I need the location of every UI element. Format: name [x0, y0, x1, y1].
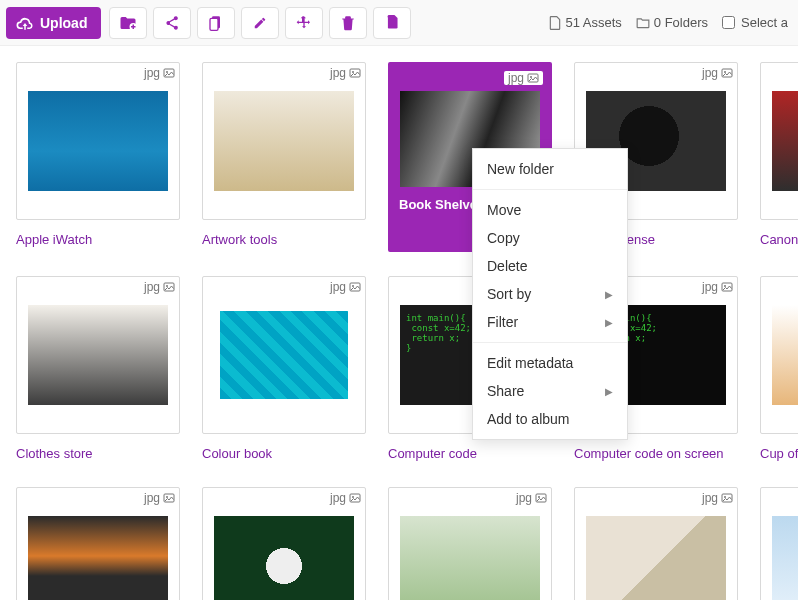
- asset-card[interactable]: jpg: [388, 487, 552, 600]
- move-button[interactable]: [285, 7, 323, 39]
- asset-caption: Cup of t: [760, 446, 798, 463]
- asset-card[interactable]: jpgCanon c: [760, 62, 798, 252]
- menu-add-to-album[interactable]: Add to album: [473, 405, 627, 433]
- asset-thumbnail[interactable]: jpg: [16, 487, 180, 600]
- menu-delete[interactable]: Delete: [473, 252, 627, 280]
- context-menu: New folder Move Copy Delete Sort by▶ Fil…: [472, 148, 628, 440]
- svg-rect-2: [210, 18, 218, 30]
- folder-icon: [636, 17, 650, 29]
- asset-card[interactable]: jpg: [202, 487, 366, 600]
- image-icon: [163, 281, 175, 293]
- file-ext-chip: jpg: [504, 71, 543, 85]
- image-icon: [349, 67, 361, 79]
- select-all[interactable]: Select a: [722, 15, 788, 30]
- menu-edit-metadata[interactable]: Edit metadata: [473, 349, 627, 377]
- image-icon: [721, 67, 733, 79]
- select-all-checkbox[interactable]: [722, 16, 735, 29]
- file-ext-chip: jpg: [330, 280, 361, 294]
- menu-move[interactable]: Move: [473, 196, 627, 224]
- asset-thumbnail[interactable]: jpg: [202, 276, 366, 434]
- svg-point-30: [724, 496, 726, 498]
- new-folder-button[interactable]: [109, 7, 147, 39]
- menu-separator: [473, 342, 627, 343]
- folder-count: 0 Folders: [636, 15, 708, 30]
- asset-caption: Apple iWatch: [16, 232, 180, 249]
- copy-button[interactable]: [197, 7, 235, 39]
- cloud-upload-icon: [16, 16, 34, 30]
- svg-point-20: [724, 285, 726, 287]
- asset-card[interactable]: jpg: [574, 487, 738, 600]
- asset-card[interactable]: jpgClothes store: [16, 276, 180, 463]
- menu-share[interactable]: Share▶: [473, 377, 627, 405]
- menu-filter[interactable]: Filter▶: [473, 308, 627, 336]
- file-ext-chip: jpg: [702, 280, 733, 294]
- toolbar: Upload 51 Assets 0 Folders Select a: [0, 0, 798, 46]
- folder-count-label: 0 Folders: [654, 15, 708, 30]
- menu-separator: [473, 189, 627, 190]
- edit-button[interactable]: [241, 7, 279, 39]
- menu-sort-by[interactable]: Sort by▶: [473, 280, 627, 308]
- asset-thumbnail[interactable]: jpg: [16, 62, 180, 220]
- thumbnail-image: [214, 91, 354, 191]
- menu-copy[interactable]: Copy: [473, 224, 627, 252]
- thumbnail-image: [400, 516, 540, 600]
- svg-point-28: [538, 496, 540, 498]
- asset-thumbnail[interactable]: jpg: [760, 276, 798, 434]
- thumbnail-image: [214, 305, 354, 405]
- files-icon: [385, 15, 399, 31]
- file-ext-chip: jpg: [516, 491, 547, 505]
- file-ext-chip: jpg: [144, 66, 175, 80]
- asset-thumbnail[interactable]: jpg: [202, 487, 366, 600]
- asset-card[interactable]: jpgCup of t: [760, 276, 798, 463]
- image-icon: [721, 281, 733, 293]
- folder-plus-icon: [119, 15, 137, 31]
- thumbnail-image: [214, 516, 354, 600]
- file-ext-chip: jpg: [702, 66, 733, 80]
- asset-thumbnail[interactable]: jpg: [760, 62, 798, 220]
- asset-card[interactable]: jpgColour book: [202, 276, 366, 463]
- asset-card[interactable]: jpg: [16, 487, 180, 600]
- file-ext-chip: jpg: [330, 66, 361, 80]
- image-icon: [163, 492, 175, 504]
- chevron-right-icon: ▶: [605, 317, 613, 328]
- select-all-label: Select a: [741, 15, 788, 30]
- share-button[interactable]: [153, 7, 191, 39]
- image-icon: [349, 281, 361, 293]
- file-ext-chip: jpg: [144, 491, 175, 505]
- thumbnail-image: [28, 91, 168, 191]
- file-ext-chip: jpg: [330, 491, 361, 505]
- image-icon: [527, 72, 539, 84]
- thumbnail-image: [772, 516, 798, 600]
- status-group: 51 Assets 0 Folders Select a: [549, 15, 792, 30]
- asset-thumbnail[interactable]: jpg: [760, 487, 798, 600]
- menu-new-folder[interactable]: New folder: [473, 155, 627, 183]
- pencil-icon: [253, 16, 267, 30]
- asset-caption: Colour book: [202, 446, 366, 463]
- asset-card[interactable]: jpg: [760, 487, 798, 600]
- asset-count-label: 51 Assets: [565, 15, 621, 30]
- asset-card[interactable]: jpgArtwork tools: [202, 62, 366, 252]
- image-icon: [163, 67, 175, 79]
- asset-thumbnail[interactable]: jpg: [202, 62, 366, 220]
- asset-thumbnail[interactable]: jpg: [388, 487, 552, 600]
- svg-point-10: [724, 71, 726, 73]
- share-icon: [164, 15, 180, 31]
- asset-thumbnail[interactable]: jpg: [574, 487, 738, 600]
- svg-point-8: [530, 76, 532, 78]
- thumbnail-image: [28, 516, 168, 600]
- chevron-right-icon: ▶: [605, 386, 613, 397]
- chevron-right-icon: ▶: [605, 289, 613, 300]
- asset-card[interactable]: jpgApple iWatch: [16, 62, 180, 252]
- asset-thumbnail[interactable]: jpg: [16, 276, 180, 434]
- delete-button[interactable]: [329, 7, 367, 39]
- trash-icon: [341, 15, 355, 31]
- svg-point-6: [352, 71, 354, 73]
- asset-caption: Computer code: [388, 446, 552, 463]
- asset-count: 51 Assets: [549, 15, 621, 30]
- image-icon: [535, 492, 547, 504]
- upload-button[interactable]: Upload: [6, 7, 101, 39]
- asset-caption: Clothes store: [16, 446, 180, 463]
- file-ext-chip: jpg: [702, 491, 733, 505]
- duplicate-button[interactable]: [373, 7, 411, 39]
- copy-icon: [209, 15, 223, 31]
